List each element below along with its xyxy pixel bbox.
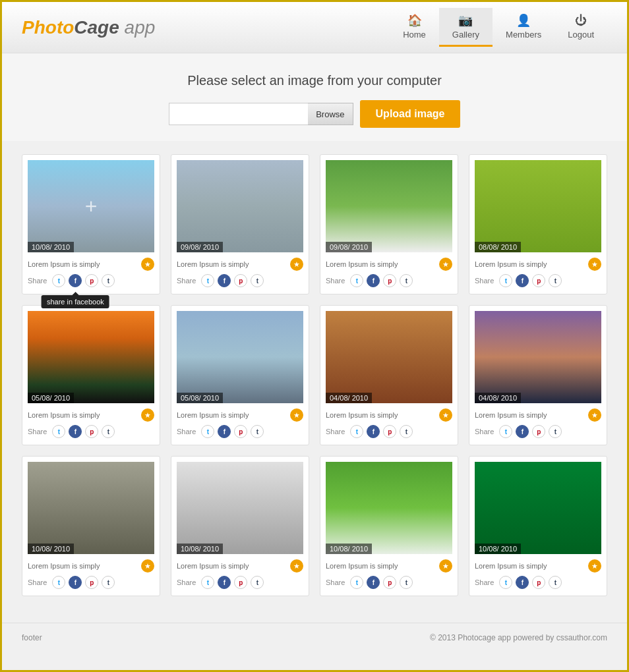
twitter-share-icon[interactable]: t (201, 274, 214, 287)
photo-caption: Lorem Ipsum is simply (475, 260, 588, 268)
pinterest-share-icon[interactable]: p (383, 425, 396, 438)
facebook-share-icon[interactable]: f (69, 576, 82, 589)
twitter-share-icon[interactable]: t (350, 274, 363, 287)
star-icon[interactable]: ★ (290, 559, 303, 573)
tumblr-share-icon[interactable]: t (549, 576, 562, 589)
facebook-share-icon[interactable]: f (516, 274, 529, 287)
facebook-share-icon[interactable]: f (516, 425, 529, 438)
pinterest-share-icon[interactable]: p (85, 425, 98, 438)
twitter-share-icon[interactable]: t (350, 425, 363, 438)
photo-card: 10/08/ 2010Lorem Ipsum is simply★Sharetf… (171, 456, 309, 596)
star-icon[interactable]: ★ (141, 408, 154, 422)
pinterest-share-icon[interactable]: p (85, 274, 98, 287)
share-row: Sharetfpt (475, 576, 601, 589)
logo-app: app (119, 17, 156, 38)
photo-card: 09/08/ 2010Lorem Ipsum is simply★Sharetf… (171, 154, 309, 294)
share-row: Sharetfpt (326, 425, 452, 438)
logo-cage: Cage (74, 17, 119, 38)
star-icon[interactable]: ★ (290, 408, 303, 422)
social-wrapper-twitter: t (201, 576, 214, 589)
twitter-share-icon[interactable]: t (499, 425, 512, 438)
browse-button[interactable]: Browse (308, 103, 353, 125)
photo-date: 10/08/ 2010 (475, 544, 521, 554)
twitter-share-icon[interactable]: t (499, 576, 512, 589)
tumblr-share-icon[interactable]: t (102, 274, 115, 287)
facebook-share-icon[interactable]: f (218, 576, 231, 589)
social-wrapper-tumblr: t (549, 576, 562, 589)
tumblr-share-icon[interactable]: t (549, 425, 562, 438)
nav-logout[interactable]: ⏻ Logout (554, 9, 607, 47)
nav-members[interactable]: 👤 Members (493, 8, 554, 47)
pinterest-share-icon[interactable]: p (85, 576, 98, 589)
tumblr-share-icon[interactable]: t (400, 576, 413, 589)
facebook-share-icon[interactable]: f (367, 576, 380, 589)
social-wrapper-facebook: f (516, 425, 529, 438)
twitter-share-icon[interactable]: t (52, 576, 65, 589)
twitter-share-icon[interactable]: t (52, 425, 65, 438)
social-wrapper-facebook: f (367, 425, 380, 438)
pinterest-share-icon[interactable]: p (532, 425, 545, 438)
photo-thumbnail[interactable]: 09/08/ 2010 (326, 160, 452, 252)
star-icon[interactable]: ★ (439, 559, 452, 573)
share-row: Sharetfpt (326, 274, 452, 287)
photo-thumbnail[interactable]: 04/08/ 2010 (475, 311, 601, 403)
star-icon[interactable]: ★ (588, 559, 601, 573)
twitter-share-icon[interactable]: t (350, 576, 363, 589)
pinterest-share-icon[interactable]: p (234, 425, 247, 438)
photo-thumbnail[interactable]: 05/08/ 2010 (177, 311, 303, 403)
facebook-share-icon[interactable]: f (367, 425, 380, 438)
photo-thumbnail[interactable]: 10/08/ 2010 (326, 462, 452, 554)
photo-thumbnail[interactable]: 10/08/ 2010 (28, 462, 154, 554)
star-icon[interactable]: ★ (439, 408, 452, 422)
photo-thumbnail[interactable]: 10/08/ 2010 (475, 462, 601, 554)
nav-gallery[interactable]: 📷 Gallery (439, 8, 493, 47)
pinterest-share-icon[interactable]: p (532, 274, 545, 287)
tumblr-share-icon[interactable]: t (400, 425, 413, 438)
social-wrapper-facebook: f (367, 274, 380, 287)
photo-thumbnail[interactable]: +10/08/ 2010 (28, 160, 154, 252)
pinterest-share-icon[interactable]: p (234, 576, 247, 589)
photo-thumbnail[interactable]: 04/08/ 2010 (326, 311, 452, 403)
twitter-share-icon[interactable]: t (52, 274, 65, 287)
tumblr-share-icon[interactable]: t (400, 274, 413, 287)
facebook-share-icon[interactable]: f (516, 576, 529, 589)
pinterest-share-icon[interactable]: p (234, 274, 247, 287)
social-wrapper-twitter: t (350, 425, 363, 438)
star-icon[interactable]: ★ (588, 408, 601, 422)
star-icon[interactable]: ★ (439, 258, 452, 271)
star-icon[interactable]: ★ (141, 258, 154, 271)
twitter-share-icon[interactable]: t (201, 425, 214, 438)
photo-date: 04/08/ 2010 (326, 393, 372, 403)
nav-home[interactable]: 🏠 Home (390, 8, 439, 47)
facebook-share-icon[interactable]: f (367, 274, 380, 287)
tumblr-share-icon[interactable]: t (549, 274, 562, 287)
star-icon[interactable]: ★ (141, 559, 154, 573)
tumblr-share-icon[interactable]: t (102, 576, 115, 589)
tumblr-share-icon[interactable]: t (251, 425, 264, 438)
tumblr-share-icon[interactable]: t (102, 425, 115, 438)
photo-thumbnail[interactable]: 09/08/ 2010 (177, 160, 303, 252)
social-wrapper-facebook: f (367, 576, 380, 589)
tumblr-share-icon[interactable]: t (251, 576, 264, 589)
facebook-share-icon[interactable]: f (69, 425, 82, 438)
photo-thumbnail[interactable]: 10/08/ 2010 (177, 462, 303, 554)
photo-thumbnail[interactable]: 05/08/ 2010 (28, 311, 154, 403)
twitter-share-icon[interactable]: t (201, 576, 214, 589)
social-wrapper-pinterest: p (85, 425, 98, 438)
twitter-share-icon[interactable]: t (499, 274, 512, 287)
share-row: Sharetfpt (177, 274, 303, 287)
star-icon[interactable]: ★ (588, 258, 601, 271)
photo-caption-row: Lorem Ipsum is simply★ (475, 408, 601, 422)
star-icon[interactable]: ★ (290, 258, 303, 271)
facebook-share-icon[interactable]: f (218, 274, 231, 287)
photo-thumbnail[interactable]: 08/08/ 2010 (475, 160, 601, 252)
pinterest-share-icon[interactable]: p (532, 576, 545, 589)
facebook-share-icon[interactable]: f (218, 425, 231, 438)
pinterest-share-icon[interactable]: p (383, 274, 396, 287)
upload-button[interactable]: Upload image (360, 100, 461, 128)
share-label: Share (326, 578, 345, 586)
tumblr-share-icon[interactable]: t (251, 274, 264, 287)
social-wrapper-twitter: t (350, 576, 363, 589)
pinterest-share-icon[interactable]: p (383, 576, 396, 589)
facebook-share-icon[interactable]: f (69, 274, 82, 287)
